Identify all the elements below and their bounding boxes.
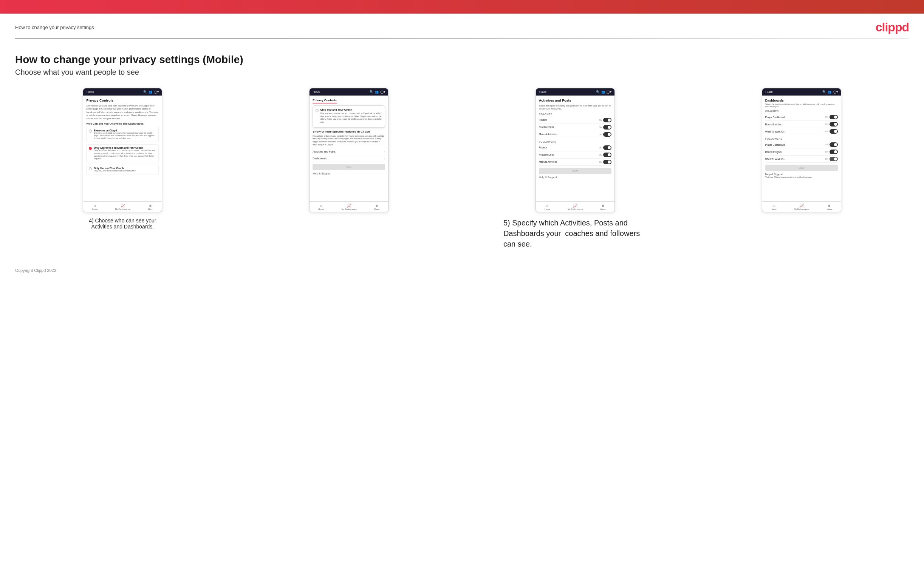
people-icon-3[interactable]: 👥 [601,90,605,93]
back-button-3[interactable]: ‹ Back [539,90,546,93]
manual-coaches-on-3: ON [599,133,602,135]
performance-label-2: My Performance [341,208,356,210]
whattowork-followers-toggle-4[interactable] [830,157,838,161]
logo: clippd [876,20,909,34]
nav-icons-1: 🔍 👥 ◯▾ [143,90,159,93]
whattowork-coaches-label-4: What To Work On [765,130,785,133]
manual-coaches-toggle-3[interactable] [603,132,611,137]
phone-bottom-nav-3: ⌂ Home 📈 My Performance ≡ Menu [536,201,614,212]
popup-radio-circle-2 [315,109,318,112]
playerdash-followers-toggle-4[interactable] [830,142,838,147]
nav-home-4[interactable]: ⌂ Home [771,203,777,210]
help-support-label-2: Help & Support [313,172,385,175]
screenshot-group-3: ‹ Back 🔍 👥 ◯▾ Activities and Posts Selec… [468,88,683,249]
phone-mockup-1: ‹ Back 🔍 👥 ◯▾ Privacy Controls Control h… [83,88,162,212]
nav-performance-3[interactable]: 📈 My Performance [568,203,583,210]
search-icon-3[interactable]: 🔍 [596,90,600,93]
whattowork-coaches-on-4: ON [825,130,828,132]
people-icon-4[interactable]: 👥 [828,90,832,93]
whattowork-coaches-toggle-4[interactable] [830,129,838,134]
search-icon-1[interactable]: 🔍 [143,90,147,93]
drills-coaches-toggle-3[interactable] [603,125,611,129]
phone-nav-bar-4: ‹ Back 🔍 👥 ◯▾ [762,89,841,95]
phone-nav-bar-3: ‹ Back 🔍 👥 ◯▾ [536,89,614,95]
nav-icons-4: 🔍 👥 ◯▾ [822,90,838,93]
performance-icon-3: 📈 [573,203,577,208]
list-item-dashboards[interactable]: Dashboards › [313,155,385,162]
search-icon-2[interactable]: 🔍 [370,90,373,93]
nav-home-2[interactable]: ⌂ Home [318,203,324,210]
coaches-label-4: COACHES [765,110,838,113]
nav-menu-2[interactable]: ≡ Menu [374,203,380,210]
footer: Copyright Clippd 2022 [0,257,924,284]
rounds-coaches-toggle-3[interactable] [603,118,611,122]
settings-icon-2[interactable]: ◯▾ [380,90,385,93]
drills-coaches-label-3: Practice Drills [539,126,554,128]
nav-menu-3[interactable]: ≡ Menu [601,203,606,210]
radio-option-everyone[interactable]: Everyone on Clippd Everyone on Clippd ca… [86,127,159,142]
save-button-2[interactable]: Save [313,164,385,170]
caption-5: 5) Specify which Activities, Posts and D… [503,218,647,249]
drills-followers-label-3: Practice Drills [539,153,554,156]
radio-desc-followers-coach: Only approved followers and coaches you … [94,149,156,160]
roundinsights-followers-on-4: ON [825,151,828,153]
manual-followers-on-3: ON [599,161,602,163]
menu-label-2: Menu [374,208,380,210]
home-icon-2: ⌂ [320,203,322,208]
people-icon-1[interactable]: 👥 [149,90,152,93]
toggle-roundinsights-coaches-4: Round Insights ON [765,121,838,128]
phone-body-1: Privacy Controls Control how you and you… [83,95,162,201]
toggle-manual-coaches-3: Manual Activities ON [539,131,611,138]
whattowork-followers-on-4: ON [825,158,828,160]
nav-home-3[interactable]: ⌂ Home [544,203,550,210]
radio-circle-everyone [89,129,92,132]
drills-followers-toggle-3[interactable] [603,153,611,157]
list-item-activities[interactable]: Activities and Posts › [313,148,385,155]
nav-performance-4[interactable]: 📈 My Performance [794,203,809,210]
phone-mockup-3: ‹ Back 🔍 👥 ◯▾ Activities and Posts Selec… [536,88,615,212]
nav-icons-2: 🔍 👥 ◯▾ [370,90,385,93]
radio-option-followers-coach[interactable]: Only Approved Followers and Your Coach O… [86,144,159,162]
phone-bottom-nav-2: ⌂ Home 📈 My Performance ≡ Menu [310,201,388,212]
settings-icon-4[interactable]: ◯▾ [833,90,838,93]
radio-option-only-coach[interactable]: Only You and Your Coach Only you and the… [86,164,159,174]
rounds-followers-toggle-3[interactable] [603,145,611,150]
show-hide-text-2: Regardless of the privacy controls that … [313,135,385,147]
roundinsights-coaches-toggle-4[interactable] [830,122,838,126]
toggle-rounds-coaches-3: Rounds ON [539,117,611,124]
roundinsights-followers-toggle-4[interactable] [830,150,838,154]
dashboards-desc-4: Select the dashboards that you'd like to… [765,103,838,108]
playerdash-coaches-toggle-4[interactable] [830,115,838,119]
screenshot-group-4: ‹ Back 🔍 👥 ◯▾ Dashboards Select the dash… [694,88,909,212]
radio-label-everyone: Everyone on Clippd [94,129,156,132]
coaches-label-3: COACHES [539,113,611,116]
nav-performance-1[interactable]: 📈 My Performance [115,203,130,210]
nav-performance-2[interactable]: 📈 My Performance [341,203,356,210]
copyright: Copyright Clippd 2022 [15,268,56,272]
manual-coaches-label-3: Manual Activities [539,133,557,135]
save-button-4[interactable]: Save [765,164,838,171]
menu-icon-4: ≡ [829,203,831,208]
manual-followers-toggle-3[interactable] [603,160,611,164]
back-button-2[interactable]: ‹ Back [313,90,320,93]
popup-box-2: Only You and Your Coach Only you and the… [313,105,385,127]
radio-circle-followers-coach [89,147,92,150]
menu-icon-2: ≡ [376,203,378,208]
playerdash-coaches-label-4: Player Dashboard [765,116,785,119]
toggle-drills-coaches-3: Practice Drills ON [539,124,611,131]
nav-menu-4[interactable]: ≡ Menu [827,203,832,210]
toggle-manual-followers-3: Manual Activities ON [539,159,611,166]
save-button-3[interactable]: Save [539,168,611,174]
activities-posts-desc-3: Select the types of activity that you'd … [539,104,611,111]
page-heading: How to change your privacy settings (Mob… [15,54,909,66]
back-button-1[interactable]: ‹ Back [86,90,94,93]
settings-icon-3[interactable]: ◯▾ [607,90,611,93]
privacy-controls-tab-2[interactable]: Privacy Controls [313,98,337,103]
search-icon-4[interactable]: 🔍 [822,90,826,93]
home-label-4: Home [771,208,777,210]
people-icon-2[interactable]: 👥 [375,90,379,93]
settings-icon-1[interactable]: ◯▾ [154,90,159,93]
nav-home-1[interactable]: ⌂ Home [92,203,98,210]
nav-menu-1[interactable]: ≡ Menu [148,203,153,210]
back-button-4[interactable]: ‹ Back [765,90,773,93]
